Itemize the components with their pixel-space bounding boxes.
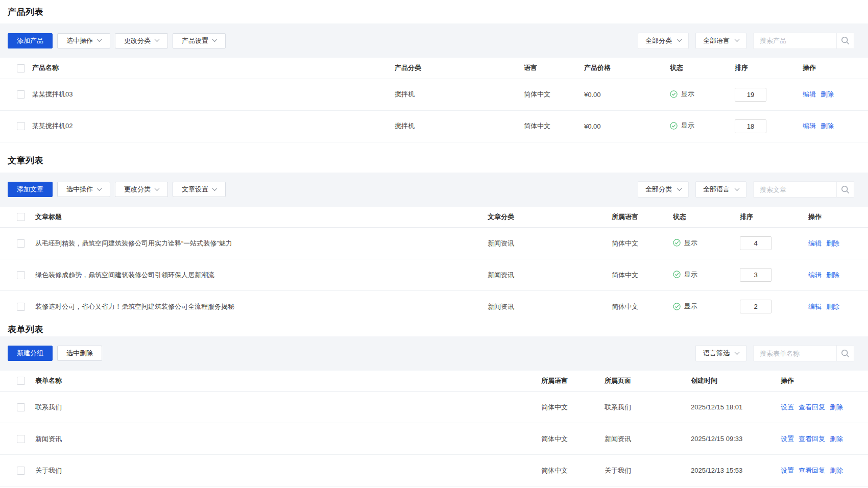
- col-form-name: 表单名称: [35, 371, 541, 392]
- form-page: 联系我们: [605, 392, 691, 423]
- search-button[interactable]: [836, 182, 854, 197]
- product-list-header: 产品列表: [0, 0, 868, 23]
- article-title: 从毛坯到精装，鼎筑空间建筑装修公司用实力诠释“一站式装修”魅力: [35, 228, 488, 259]
- product-settings-dropdown[interactable]: 产品设置: [173, 33, 226, 48]
- form-search-input[interactable]: [754, 346, 836, 361]
- sort-input[interactable]: [740, 236, 771, 250]
- chevron-down-icon: [677, 186, 682, 191]
- change-category-label: 更改分类: [124, 36, 151, 45]
- sort-input[interactable]: [735, 119, 766, 133]
- status-label: 显示: [684, 302, 697, 311]
- form-language: 简体中文: [541, 423, 605, 455]
- product-settings-label: 产品设置: [182, 36, 208, 45]
- article-search: [753, 181, 854, 198]
- search-button[interactable]: [836, 346, 854, 361]
- check-circle-icon: [673, 271, 681, 278]
- col-language: 所属语言: [612, 207, 673, 228]
- article-toolbar: 添加文章 选中操作 更改分类 文章设置 全部分类 全部语言: [0, 173, 868, 207]
- selected-actions-label: 选中操作: [66, 185, 93, 194]
- article-table-header-row: 文章标题 文章分类 所属语言 状态 排序 操作: [0, 207, 868, 228]
- view-replies-link[interactable]: 查看回复: [799, 435, 825, 443]
- change-category-dropdown[interactable]: 更改分类: [115, 182, 168, 197]
- article-settings-dropdown[interactable]: 文章设置: [173, 182, 226, 197]
- add-article-button[interactable]: 添加文章: [8, 182, 53, 197]
- product-toolbar: 添加产品 选中操作 更改分类 产品设置 全部分类 全部语言: [0, 23, 868, 58]
- language-filter-dropdown[interactable]: 语言筛选: [695, 345, 746, 361]
- form-search: [753, 345, 854, 361]
- row-checkbox[interactable]: [17, 303, 25, 311]
- row-checkbox[interactable]: [17, 467, 25, 475]
- category-filter-dropdown[interactable]: 全部分类: [638, 181, 689, 198]
- product-language: 简体中文: [524, 110, 584, 142]
- category-filter-dropdown[interactable]: 全部分类: [638, 33, 689, 49]
- delete-link[interactable]: 删除: [826, 303, 839, 310]
- form-language: 简体中文: [541, 392, 605, 423]
- row-checkbox[interactable]: [17, 239, 25, 248]
- col-actions: 操作: [781, 371, 868, 392]
- sort-input[interactable]: [740, 300, 771, 313]
- edit-link[interactable]: 编辑: [803, 90, 816, 98]
- search-icon: [841, 349, 850, 358]
- col-actions: 操作: [808, 207, 868, 228]
- chevron-down-icon: [735, 350, 740, 355]
- edit-link[interactable]: 编辑: [808, 271, 822, 279]
- edit-link[interactable]: 编辑: [803, 122, 816, 130]
- form-name: 新闻资讯: [35, 423, 541, 455]
- form-table: 表单名称 所属语言 所属页面 创建时间 操作 联系我们 简体中文 联系我们 20…: [0, 371, 868, 487]
- row-checkbox[interactable]: [17, 271, 25, 279]
- row-checkbox[interactable]: [17, 435, 25, 443]
- article-table: 文章标题 文章分类 所属语言 状态 排序 操作 从毛坯到精装，鼎筑空间建筑装修公…: [0, 207, 868, 323]
- search-button[interactable]: [836, 33, 854, 48]
- table-row: 绿色装修成趋势，鼎筑空间建筑装修公司引领环保人居新潮流 新闻资讯 简体中文 显示…: [0, 259, 868, 291]
- search-icon: [841, 185, 850, 194]
- delete-link[interactable]: 删除: [826, 271, 839, 279]
- settings-link[interactable]: 设置: [781, 467, 794, 474]
- article-title: 绿色装修成趋势，鼎筑空间建筑装修公司引领环保人居新潮流: [35, 259, 488, 291]
- language-filter-dropdown[interactable]: 全部语言: [695, 181, 746, 198]
- product-search-input[interactable]: [754, 33, 836, 48]
- category-filter-label: 全部分类: [645, 36, 672, 45]
- article-language: 简体中文: [612, 291, 673, 323]
- product-name: 某某搅拌机03: [32, 79, 395, 110]
- change-category-dropdown[interactable]: 更改分类: [115, 33, 168, 48]
- add-product-button[interactable]: 添加产品: [8, 33, 53, 48]
- delete-link[interactable]: 删除: [830, 403, 843, 411]
- settings-link[interactable]: 设置: [781, 435, 794, 443]
- delete-link[interactable]: 删除: [826, 239, 839, 247]
- language-filter-label: 全部语言: [703, 185, 730, 194]
- delete-selected-button[interactable]: 选中删除: [57, 346, 102, 361]
- table-row: 某某搅拌机03 搅拌机 简体中文 ¥0.00 显示 编辑删除: [0, 79, 868, 110]
- check-circle-icon: [673, 239, 681, 247]
- view-replies-link[interactable]: 查看回复: [799, 467, 825, 474]
- article-search-input[interactable]: [754, 182, 836, 197]
- sort-input[interactable]: [735, 88, 766, 102]
- delete-link[interactable]: 删除: [830, 467, 843, 474]
- edit-link[interactable]: 编辑: [808, 239, 822, 247]
- settings-link[interactable]: 设置: [781, 403, 794, 411]
- view-replies-link[interactable]: 查看回复: [799, 403, 825, 411]
- chevron-down-icon: [735, 37, 740, 42]
- table-row: 从毛坯到精装，鼎筑空间建筑装修公司用实力诠释“一站式装修”魅力 新闻资讯 简体中…: [0, 228, 868, 259]
- new-group-button[interactable]: 新建分组: [8, 346, 53, 361]
- row-checkbox[interactable]: [17, 122, 25, 130]
- sort-input[interactable]: [740, 268, 771, 282]
- col-product-price: 产品价格: [584, 58, 670, 79]
- article-list-header: 文章列表: [0, 142, 868, 173]
- select-all-checkbox[interactable]: [17, 377, 25, 385]
- col-product-name: 产品名称: [32, 58, 395, 79]
- delete-link[interactable]: 删除: [821, 122, 834, 130]
- col-actions: 操作: [803, 58, 868, 79]
- select-all-checkbox[interactable]: [17, 213, 25, 221]
- row-checkbox[interactable]: [17, 90, 25, 99]
- select-all-checkbox[interactable]: [17, 64, 25, 72]
- table-row: 关于我们 简体中文 关于我们 2025/12/13 15:53 设置查看回复删除: [0, 455, 868, 486]
- chevron-down-icon: [735, 186, 740, 191]
- edit-link[interactable]: 编辑: [808, 303, 822, 310]
- language-filter-dropdown[interactable]: 全部语言: [695, 33, 746, 49]
- table-row: 装修选对公司，省心又省力！鼎筑空间建筑装修公司全流程服务揭秘 新闻资讯 简体中文…: [0, 291, 868, 323]
- row-checkbox[interactable]: [17, 403, 25, 411]
- delete-link[interactable]: 删除: [830, 435, 843, 443]
- delete-link[interactable]: 删除: [821, 90, 834, 98]
- selected-actions-dropdown[interactable]: 选中操作: [57, 33, 110, 48]
- selected-actions-dropdown[interactable]: 选中操作: [57, 182, 110, 197]
